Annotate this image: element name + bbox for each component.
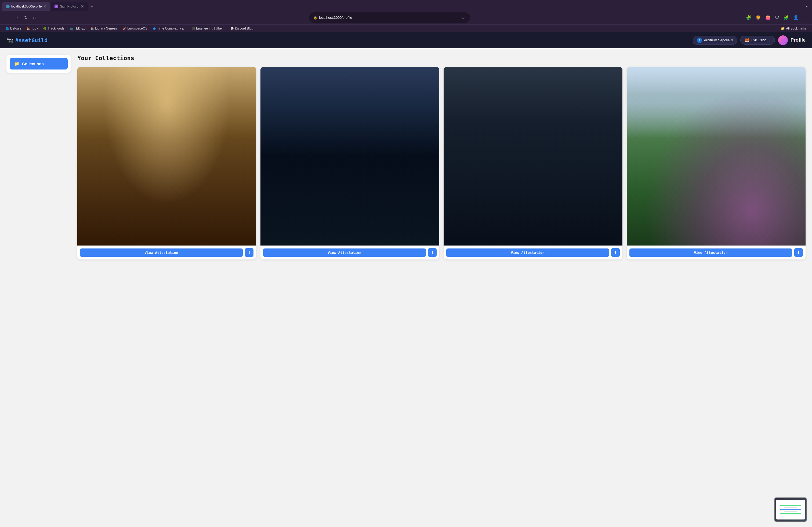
- mini-bar-3: [780, 509, 801, 510]
- tabs-row: 🌐 localhost:3000/profile ✕ S Sign Protoc…: [0, 0, 812, 11]
- app-logo[interactable]: 📷 AssetGuild: [6, 37, 47, 44]
- all-bookmarks-button[interactable]: 📁 All Bookmarks: [779, 26, 809, 31]
- menu-button[interactable]: ⋮: [801, 14, 809, 21]
- view-attestation-button-4[interactable]: View Attestation: [629, 249, 792, 257]
- bookmark-label-libgen: Library Genesis: [95, 27, 118, 30]
- bookmark-buildspace[interactable]: 🚀 buildspaceOS: [120, 26, 149, 31]
- bookmark-label-toby: Toby: [31, 27, 38, 30]
- wallet-fox-icon: 🦊: [744, 37, 750, 43]
- tabs-dropdown-button[interactable]: ▾: [804, 2, 810, 11]
- image-card-4: View Attestation ⬇: [627, 67, 806, 259]
- bookmark-favicon-teded: 📺: [69, 27, 73, 30]
- view-attestation-button-3[interactable]: View Attestation: [446, 249, 609, 257]
- tab-favicon-2: S: [55, 4, 58, 8]
- view-attestation-button-1[interactable]: View Attestation: [80, 249, 243, 257]
- shield-button[interactable]: 🛡: [773, 14, 781, 21]
- reload-button[interactable]: ↻: [23, 14, 29, 21]
- bookmark-label-buildspace: buildspaceOS: [127, 27, 147, 30]
- bookmark-libgen[interactable]: 📚 Library Genesis: [88, 26, 120, 31]
- view-attestation-button-2[interactable]: View Attestation: [263, 249, 426, 257]
- download-button-3[interactable]: ⬇: [611, 248, 620, 257]
- card-actions-1: View Attestation ⬇: [77, 245, 256, 259]
- sidebar-item-collections[interactable]: 📁 Collections: [10, 58, 68, 70]
- address-text: localhost:3000/profile: [319, 16, 352, 19]
- mini-preview-inner: [775, 498, 806, 521]
- mini-preview: [774, 497, 807, 522]
- image-1: [77, 67, 256, 245]
- bookmark-toby[interactable]: 🦊 Toby: [24, 26, 40, 31]
- app-container: 📷 AssetGuild A Arbitrum Sepolia ▾ 🦊 0x0.…: [0, 32, 812, 527]
- profile-button[interactable]: Profile: [778, 35, 806, 45]
- image-3: [444, 67, 622, 245]
- tab-title-2: Sign Protocol: [60, 4, 79, 8]
- mini-bar-5: [780, 513, 801, 514]
- extensions-button[interactable]: 🧩: [744, 14, 753, 21]
- bookmark-discord[interactable]: 💬 Discord Blog: [228, 26, 255, 31]
- puzzle-button[interactable]: 🧩: [782, 14, 791, 21]
- all-bookmarks-label: All Bookmarks: [786, 27, 807, 30]
- tab-close-1[interactable]: ✕: [43, 4, 46, 9]
- mini-bar-4: [784, 511, 797, 512]
- bookmark-label-discord: Discord Blog: [235, 27, 253, 30]
- bookmark-label-timecomplexity: Time Complexity a...: [157, 27, 186, 30]
- download-button-1[interactable]: ⬇: [245, 248, 253, 257]
- wallet-more-icon[interactable]: ⋮: [767, 38, 771, 42]
- mini-preview-content: [776, 500, 805, 520]
- browser-right-icons: 🧩 🦁 👛 🛡 🧩 👤 ⋮: [744, 14, 809, 21]
- card-actions-3: View Attestation ⬇: [444, 245, 622, 259]
- bookmark-teded[interactable]: 📺 TED-Ed: [67, 26, 88, 31]
- star-button[interactable]: ☆: [460, 14, 466, 21]
- network-label: Arbitrum Sepolia: [704, 38, 729, 42]
- bookmarks-folder-icon: 📁: [781, 27, 785, 30]
- image-card-2: View Attestation ⬇: [260, 67, 439, 259]
- bookmark-favicon-timecomplexity: 🔷: [152, 27, 156, 30]
- bookmark-trackfoods[interactable]: 🌿 Track foods: [41, 26, 66, 31]
- card-actions-2: View Attestation ⬇: [260, 245, 439, 259]
- image-card-3: View Attestation ⬇: [444, 67, 622, 259]
- address-actions: ☆: [460, 14, 466, 21]
- wallet-address: 0x0...322: [751, 38, 766, 42]
- bookmarks-bar: 🌐 Detours 🦊 Toby 🌿 Track foods 📺 TED-Ed …: [0, 25, 812, 32]
- app-header: 📷 AssetGuild A Arbitrum Sepolia ▾ 🦊 0x0.…: [0, 32, 812, 48]
- new-tab-button[interactable]: +: [88, 3, 96, 11]
- wallet-browser-button[interactable]: 👛: [764, 14, 772, 21]
- bookmark-favicon-detours: 🌐: [5, 27, 9, 30]
- download-button-2[interactable]: ⬇: [428, 248, 437, 257]
- sidebar-card: 📁 Collections: [6, 55, 71, 73]
- lock-icon: 🔒: [313, 16, 317, 19]
- tab-active[interactable]: 🌐 localhost:3000/profile ✕: [2, 2, 50, 11]
- collections-area: Your Collections View Attestation ⬇: [77, 55, 806, 259]
- sidebar-collections-label: Collections: [22, 61, 44, 66]
- bookmark-label-detours: Detours: [10, 27, 21, 30]
- back-button[interactable]: ←: [3, 14, 11, 21]
- main-content: 📁 Collections Your Collections View Atte…: [0, 48, 812, 266]
- profile-avatar: [778, 35, 788, 45]
- bookmark-favicon-discord: 💬: [230, 27, 234, 30]
- bookmark-uber[interactable]: ⬛ Engineering | Uber...: [189, 26, 228, 31]
- collections-folder-icon: 📁: [14, 61, 19, 66]
- download-button-4[interactable]: ⬇: [794, 248, 803, 257]
- collections-title: Your Collections: [77, 55, 806, 61]
- brave-icon-button[interactable]: 🦁: [754, 14, 763, 21]
- logo-text: AssetGuild: [15, 37, 47, 44]
- header-right: A Arbitrum Sepolia ▾ 🦊 0x0...322 ⋮ Profi…: [693, 35, 806, 45]
- network-dot: A: [697, 37, 702, 43]
- tab-inactive[interactable]: S Sign Protocol ✕: [51, 2, 88, 11]
- image-4: [627, 67, 806, 245]
- account-button[interactable]: 👤: [792, 14, 800, 21]
- wallet-button[interactable]: 🦊 0x0...322 ⋮: [740, 36, 775, 45]
- address-bar[interactable]: 🔒 localhost:3000/profile ☆: [309, 12, 470, 23]
- profile-label: Profile: [791, 37, 806, 43]
- bookmark-favicon-trackfoods: 🌿: [43, 27, 46, 30]
- bookmark-detours[interactable]: 🌐 Detours: [3, 26, 24, 31]
- forward-button[interactable]: →: [13, 14, 20, 21]
- image-2: [260, 67, 439, 245]
- network-selector[interactable]: A Arbitrum Sepolia ▾: [693, 36, 737, 45]
- home-button[interactable]: ⌂: [31, 14, 37, 21]
- browser-chrome: 🌐 localhost:3000/profile ✕ S Sign Protoc…: [0, 0, 812, 32]
- bookmark-timecomplexity[interactable]: 🔷 Time Complexity a...: [150, 26, 188, 31]
- sidebar: 📁 Collections: [6, 55, 71, 259]
- bookmark-label-trackfoods: Track foods: [47, 27, 64, 30]
- tab-close-2[interactable]: ✕: [81, 4, 84, 9]
- mini-bar-1: [780, 505, 801, 506]
